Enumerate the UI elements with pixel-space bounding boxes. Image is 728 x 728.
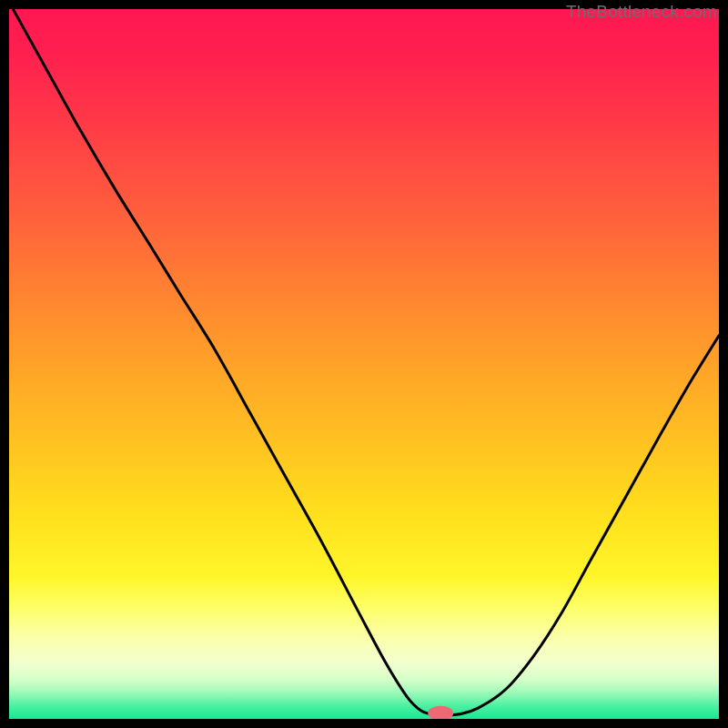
gradient-background (9, 9, 719, 719)
chart-frame: TheBottleneck.com (0, 0, 728, 728)
bottleneck-plot (9, 9, 719, 719)
watermark-text: TheBottleneck.com (566, 2, 717, 22)
